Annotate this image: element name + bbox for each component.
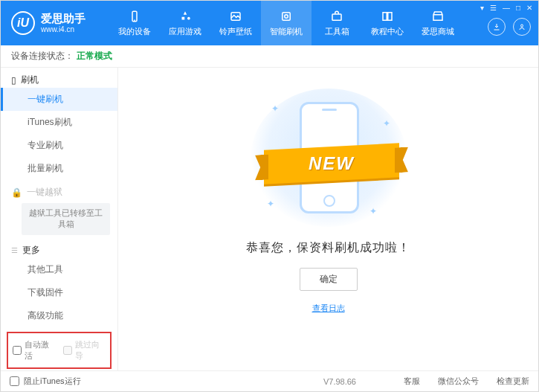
- status-mode: 正常模式: [77, 50, 112, 62]
- auto-activate-input[interactable]: [13, 346, 22, 355]
- grid-icon[interactable]: ☰: [490, 4, 497, 12]
- sidebar-options-box: 自动激活 跳过向导: [7, 332, 112, 369]
- nav-toolbox[interactable]: 工具箱: [312, 1, 362, 45]
- sidebar-item-itunes-flash[interactable]: iTunes刷机: [1, 111, 117, 134]
- maximize-button[interactable]: □: [516, 4, 520, 12]
- footer-link-update[interactable]: 检查更新: [497, 376, 529, 387]
- skip-guide-checkbox: 跳过向导: [63, 339, 106, 362]
- sidebar: ▯ 刷机 一键刷机 iTunes刷机 专业刷机 批量刷机 🔒 一键越狱 越狱工具…: [1, 68, 118, 370]
- sidebar-item-other-tools[interactable]: 其他工具: [1, 258, 117, 281]
- top-circle-buttons: [488, 18, 531, 36]
- status-bar: 设备连接状态： 正常模式: [1, 45, 538, 68]
- sidebar-item-onekey-flash[interactable]: 一键刷机: [1, 88, 117, 111]
- status-label: 设备连接状态：: [11, 50, 74, 62]
- nav-store[interactable]: 爱思商城: [413, 1, 463, 45]
- version-label: V7.98.66: [323, 377, 356, 386]
- close-button[interactable]: ✕: [526, 4, 532, 12]
- success-illustration: NEW ✦✦✦✦: [251, 89, 407, 227]
- success-message: 恭喜您，保资料刷机成功啦！: [246, 240, 410, 256]
- nav-my-device[interactable]: 我的设备: [109, 1, 160, 45]
- image-icon: [228, 10, 243, 23]
- app-icon: [178, 10, 193, 23]
- brand-subtitle: www.i4.cn: [41, 25, 85, 33]
- window-controls: ▾ ☰ ― □ ✕: [480, 4, 532, 12]
- view-log-link[interactable]: 查看日志: [312, 303, 345, 314]
- brand-logo-icon: iU: [11, 11, 35, 35]
- nav-smart-flash[interactable]: 智能刷机: [261, 1, 312, 45]
- brand: iU 爱思助手 www.i4.cn: [11, 11, 109, 35]
- store-icon: [430, 10, 445, 23]
- svg-point-5: [521, 25, 523, 27]
- user-button[interactable]: [513, 18, 531, 36]
- nav-apps-games[interactable]: 应用游戏: [160, 1, 210, 45]
- title-bar: ▾ ☰ ― □ ✕ iU 爱思助手 www.i4.cn 我的设备 应用游戏 铃声…: [1, 1, 538, 45]
- footer-link-wechat[interactable]: 微信公众号: [438, 376, 479, 387]
- block-itunes-input[interactable]: [10, 376, 19, 386]
- svg-rect-4: [332, 14, 341, 20]
- minimize-button[interactable]: ―: [503, 4, 510, 12]
- jailbreak-moved-note: 越狱工具已转移至工具箱: [22, 203, 110, 235]
- nav-tutorials[interactable]: 教程中心: [362, 1, 413, 45]
- sidebar-item-pro-flash[interactable]: 专业刷机: [1, 134, 117, 157]
- sidebar-item-download-firmware[interactable]: 下载固件: [1, 281, 117, 304]
- sidebar-item-batch-flash[interactable]: 批量刷机: [1, 157, 117, 180]
- nav-ringtone-wallpaper[interactable]: 铃声壁纸: [210, 1, 261, 45]
- download-button[interactable]: [488, 18, 506, 36]
- refresh-icon: [279, 10, 294, 23]
- skip-guide-input: [63, 346, 72, 355]
- top-nav: 我的设备 应用游戏 铃声壁纸 智能刷机 工具箱 教程中心 爱思商城: [109, 1, 463, 45]
- svg-rect-3: [283, 12, 291, 20]
- confirm-button[interactable]: 确定: [300, 268, 358, 291]
- sidebar-group-more[interactable]: ☰ 更多: [1, 238, 117, 258]
- phone-icon: ▯: [11, 75, 16, 86]
- menu-icon[interactable]: ▾: [480, 4, 484, 12]
- new-ribbon: NEW: [264, 143, 399, 184]
- toolbox-icon: [329, 10, 344, 23]
- sidebar-group-flash[interactable]: ▯ 刷机: [1, 68, 117, 88]
- main-content: NEW ✦✦✦✦ 恭喜您，保资料刷机成功啦！ 确定 查看日志: [118, 68, 538, 370]
- device-icon: [127, 10, 142, 23]
- sidebar-item-advanced[interactable]: 高级功能: [1, 304, 117, 327]
- brand-title: 爱思助手: [41, 13, 85, 25]
- auto-activate-checkbox[interactable]: 自动激活: [13, 339, 56, 362]
- lock-icon: 🔒: [11, 187, 22, 198]
- footer-link-support[interactable]: 客服: [404, 376, 420, 387]
- sidebar-group-jailbreak: 🔒 一键越狱: [1, 180, 117, 200]
- list-icon: ☰: [11, 246, 18, 254]
- book-icon: [380, 10, 395, 23]
- block-itunes-checkbox[interactable]: 阻止iTunes运行: [10, 376, 81, 387]
- footer: 阻止iTunes运行 V7.98.66 客服 微信公众号 检查更新: [1, 370, 538, 391]
